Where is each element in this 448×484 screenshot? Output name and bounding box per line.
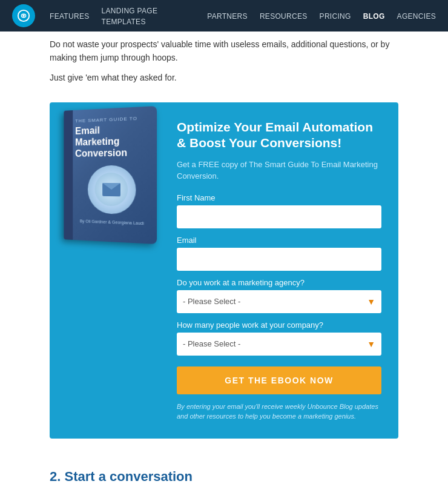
page-content: Do not waste your prospects' valuable ti… <box>0 31 448 484</box>
first-name-group: First Name <box>177 193 381 228</box>
book-cover: The Smart Guide To Email Marketing Conve… <box>62 108 168 260</box>
first-name-label: First Name <box>177 193 381 202</box>
email-group: Email <box>177 236 381 271</box>
book-content: The Smart Guide To Email Marketing Conve… <box>64 106 157 232</box>
nav-partners[interactable]: PARTNERS <box>207 12 248 21</box>
agency-select-wrapper: - Please Select - Yes No ▼ <box>177 290 381 313</box>
book-spine <box>64 110 73 240</box>
intro-section: Do not waste your prospects' valuable ti… <box>50 31 398 102</box>
intro-line2: Just give 'em what they asked for. <box>50 71 398 84</box>
promo-heading: Optimize Your Email Automation & Boost Y… <box>177 119 381 151</box>
section2: 2. Start a conversation Just like the fi… <box>50 457 398 484</box>
email-input[interactable] <box>177 248 381 271</box>
section2-title: 2. Start a conversation <box>50 469 398 484</box>
nav-features[interactable]: FEATURES <box>50 12 90 21</box>
company-size-group: How many people work at your company? - … <box>177 320 381 356</box>
book-authors: By Oli Gardner & Georgiana Laudi <box>75 219 149 225</box>
nav-links: FEATURES LANDING PAGE TEMPLATES PARTNERS… <box>50 5 436 27</box>
book-title-main: Email Marketing Conversion <box>75 123 149 160</box>
promo-form-area: Optimize Your Email Automation & Boost Y… <box>177 119 381 422</box>
first-name-input[interactable] <box>177 205 381 228</box>
svg-point-1 <box>22 15 25 17</box>
get-ebook-button[interactable]: GET THE EBOOK NOW <box>177 366 381 394</box>
company-size-label: How many people work at your company? <box>177 320 381 330</box>
agency-question-group: Do you work at a marketing agency? - Ple… <box>177 278 381 313</box>
nav-pricing[interactable]: PRICING <box>320 12 351 21</box>
navbar: FEATURES LANDING PAGE TEMPLATES PARTNERS… <box>0 0 448 31</box>
agency-question-label: Do you work at a marketing agency? <box>177 278 381 287</box>
book-circle-graphic <box>87 165 136 214</box>
disclaimer-text: By entering your email you'll receive we… <box>177 402 381 422</box>
agency-select[interactable]: - Please Select - Yes No <box>177 290 381 313</box>
company-size-select-wrapper: - Please Select - 1-10 11-50 51-200 201-… <box>177 333 381 356</box>
intro-line1: Do not waste your prospects' valuable ti… <box>50 38 398 65</box>
nav-blog[interactable]: BLOG <box>363 12 385 21</box>
email-label: Email <box>177 236 381 245</box>
site-logo[interactable] <box>12 4 35 27</box>
book-illustration: The Smart Guide To Email Marketing Conve… <box>64 106 157 244</box>
promo-box: The Smart Guide To Email Marketing Conve… <box>50 102 398 439</box>
promo-subtext: Get a FREE copy of The Smart Guide To Em… <box>177 159 381 182</box>
company-size-select[interactable]: - Please Select - 1-10 11-50 51-200 201-… <box>177 333 381 356</box>
nav-resources[interactable]: RESOURCES <box>260 12 308 21</box>
nav-agencies[interactable]: AGENCIES <box>397 12 436 21</box>
email-envelope-icon <box>102 183 120 196</box>
nav-landing-templates[interactable]: LANDING PAGE TEMPLATES <box>102 7 158 26</box>
